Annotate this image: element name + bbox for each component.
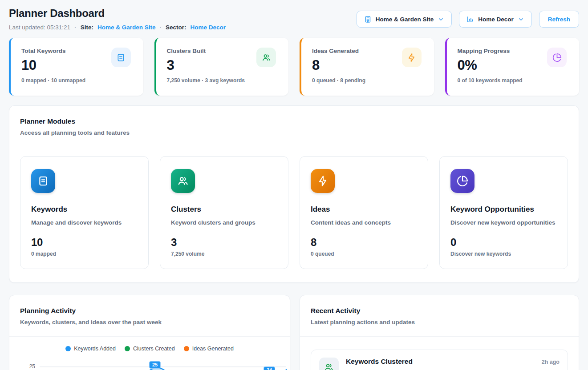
activity-timestamp: 2h ago	[542, 359, 560, 365]
header-left: Planner Dashboard Last updated: 05:31:21…	[9, 7, 226, 31]
stats-row: Total Keywords 10 0 mapped · 10 unmapped…	[9, 38, 579, 96]
users-icon	[262, 53, 271, 62]
module-description: Content ideas and concepts	[311, 219, 417, 226]
module-card-keywords[interactable]: Keywords Manage and discover keywords 10…	[20, 156, 149, 269]
legend-dot	[65, 346, 71, 351]
planner-dashboard-page: Planner Dashboard Last updated: 05:31:21…	[0, 0, 588, 370]
modules-panel-subtitle: Access all planning tools and features	[20, 129, 568, 136]
legend-label: Ideas Generated	[192, 346, 234, 352]
legend-item-ideas-generated[interactable]: Ideas Generated	[184, 346, 234, 352]
planning-activity-head: Planning Activity Keywords, clusters, an…	[9, 295, 290, 336]
module-description: Keyword clusters and groups	[171, 219, 277, 226]
pie-chart-icon	[552, 53, 562, 62]
users-icon	[324, 362, 334, 370]
stat-icon-box	[547, 48, 567, 67]
site-selector-label: Home & Garden Site	[376, 16, 434, 23]
module-sub-label: 7,250 volume	[171, 251, 277, 257]
legend-item-keywords-added[interactable]: Keywords Added	[65, 346, 116, 352]
stat-icon-box	[256, 48, 276, 67]
module-card-clusters[interactable]: Clusters Keyword clusters and groups 3 7…	[160, 156, 288, 269]
modules-panel-head: Planner Modules Access all planning tool…	[9, 106, 579, 147]
module-sub-label: Discover new keywords	[450, 251, 557, 257]
stat-card-ideas-generated: Ideas Generated 8 0 queued · 8 pending	[300, 38, 434, 96]
activity-title: Keywords Clustered	[346, 358, 413, 366]
recent-activity-subtitle: Latest planning actions and updates	[311, 319, 568, 326]
page-header: Planner Dashboard Last updated: 05:31:21…	[9, 7, 579, 31]
module-count: 10	[31, 236, 138, 249]
chart-legend: Keywords Added Clusters Created Ideas Ge…	[9, 346, 290, 352]
module-icon-box	[311, 169, 335, 193]
site-link[interactable]: Home & Garden Site	[97, 24, 156, 31]
planning-activity-title: Planning Activity	[20, 307, 279, 315]
modules-panel-title: Planner Modules	[20, 117, 568, 125]
planner-modules-panel: Planner Modules Access all planning tool…	[9, 105, 579, 283]
refresh-button[interactable]: Refresh	[539, 11, 579, 28]
data-point-label: 25	[149, 361, 161, 369]
header-meta: Last updated: 05:31:21 · Site: Home & Ga…	[9, 24, 226, 31]
module-count: 3	[171, 236, 277, 249]
module-title: Ideas	[311, 205, 417, 214]
bottom-row: Planning Activity Keywords, clusters, an…	[9, 295, 579, 370]
legend-label: Clusters Created	[133, 346, 175, 352]
lightning-icon	[317, 175, 328, 187]
page-title: Planner Dashboard	[9, 7, 226, 20]
pie-chart-icon	[457, 175, 468, 187]
legend-dot	[184, 346, 189, 351]
document-icon	[37, 175, 49, 187]
stat-card-total-keywords: Total Keywords 10 0 mapped · 10 unmapped	[9, 38, 143, 96]
header-actions: Home & Garden Site Home Decor Refresh	[357, 11, 579, 28]
data-point-label: 24	[264, 366, 275, 370]
stat-card-clusters-built: Clusters Built 3 7,250 volume · 3 avg ke…	[154, 38, 289, 96]
recent-activity-panel: Recent Activity Latest planning actions …	[300, 295, 579, 370]
y-axis-tick: 25	[20, 363, 35, 370]
planning-activity-chart: 25 25 24	[20, 358, 287, 370]
sector-selector-dropdown[interactable]: Home Decor	[459, 11, 532, 28]
site-label: Site:	[81, 24, 93, 31]
divider	[300, 336, 579, 337]
stat-detail: 0 queued · 8 pending	[312, 77, 423, 84]
module-card-keyword-opportunities[interactable]: Keyword Opportunities Discover new keywo…	[439, 156, 568, 269]
legend-item-clusters-created[interactable]: Clusters Created	[125, 346, 175, 352]
module-count: 0	[450, 236, 557, 249]
legend-label: Keywords Added	[74, 346, 116, 352]
meta-separator: ·	[74, 24, 77, 31]
sector-selector-label: Home Decor	[478, 16, 514, 23]
module-sub-label: 0 queued	[311, 251, 417, 257]
planning-activity-panel: Planning Activity Keywords, clusters, an…	[9, 295, 290, 370]
activity-body: Keywords Clustered 2h ago 3 new clusters…	[346, 358, 560, 370]
divider	[9, 336, 290, 337]
stat-icon-box	[111, 48, 131, 67]
module-title: Keyword Opportunities	[450, 205, 557, 214]
module-sub-label: 0 mapped	[31, 251, 138, 257]
lightning-icon	[407, 53, 416, 62]
activity-icon-box	[319, 358, 339, 370]
module-count: 8	[311, 236, 417, 249]
activity-list-item: Keywords Clustered 2h ago 3 new clusters…	[311, 350, 568, 370]
module-description: Discover new keyword opportunities	[450, 219, 557, 226]
chevron-down-icon	[518, 16, 524, 23]
stat-card-mapping-progress: Mapping Progress 0% 0 of 10 keywords map…	[445, 38, 580, 96]
building-icon	[364, 16, 372, 23]
module-icon-box	[171, 169, 195, 193]
module-card-ideas[interactable]: Ideas Content ideas and concepts 8 0 que…	[300, 156, 428, 269]
bar-chart-icon	[466, 16, 474, 23]
last-updated-text: Last updated: 05:31:21	[9, 24, 70, 31]
stat-detail: 0 of 10 keywords mapped	[458, 77, 569, 84]
chevron-down-icon	[438, 16, 444, 23]
stat-icon-box	[402, 48, 422, 67]
users-icon	[177, 175, 189, 187]
module-title: Keywords	[31, 205, 138, 214]
module-description: Manage and discover keywords	[31, 219, 138, 226]
sector-link[interactable]: Home Decor	[190, 24, 226, 31]
modules-grid: Keywords Manage and discover keywords 10…	[9, 147, 579, 282]
recent-activity-title: Recent Activity	[311, 307, 568, 315]
module-icon-box	[31, 169, 55, 193]
sector-label: Sector:	[166, 24, 187, 31]
site-selector-dropdown[interactable]: Home & Garden Site	[357, 11, 452, 28]
stat-detail: 7,250 volume · 3 avg keywords	[167, 77, 278, 84]
recent-activity-head: Recent Activity Latest planning actions …	[300, 295, 579, 336]
stat-detail: 0 mapped · 10 unmapped	[21, 77, 133, 84]
module-icon-box	[450, 169, 474, 193]
module-title: Clusters	[171, 205, 277, 214]
meta-separator: ·	[159, 24, 162, 31]
